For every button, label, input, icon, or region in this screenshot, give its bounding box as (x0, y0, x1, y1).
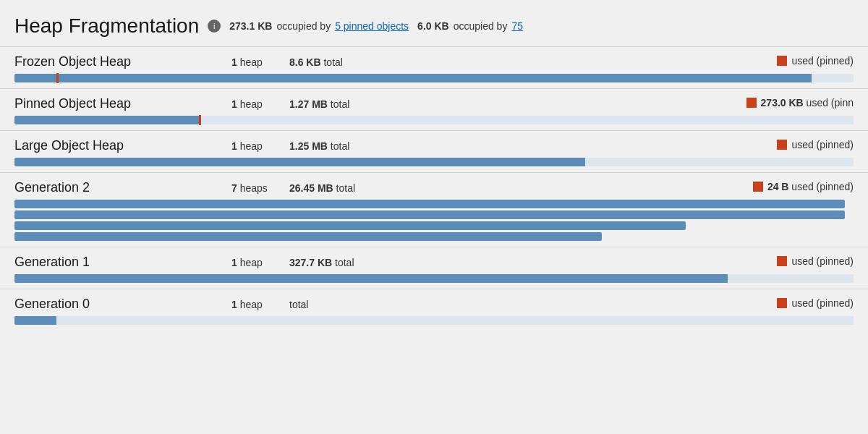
bar-pinned-marker (199, 115, 201, 125)
header-stat-1: 273.1 KB occupied by 5 pinned objects (229, 20, 409, 32)
legend-label: 273.0 KB used (pinn (761, 97, 854, 109)
heap-size: 26.45 MB total (289, 182, 405, 194)
heap-row-info: Pinned Object Heap1 heap1.27 MB total273… (14, 96, 854, 111)
bar-container (14, 116, 854, 124)
heap-row: Generation 01 heaptotalused (pinned) (0, 289, 868, 331)
heap-name: Pinned Object Heap (14, 96, 231, 111)
heap-row-info: Generation 11 heap327.7 KB totalused (pi… (14, 255, 854, 270)
gen2-bar-row (14, 232, 602, 241)
page-title: Heap Fragmentation (14, 14, 199, 38)
heap-row-info: Frozen Object Heap1 heap8.6 KB totalused… (14, 54, 854, 69)
heap-row: Frozen Object Heap1 heap8.6 KB totalused… (0, 46, 868, 88)
bar-used (14, 274, 728, 283)
heap-size: 327.7 KB total (289, 257, 405, 268)
stat2-value: 6.0 KB (417, 20, 449, 32)
heap-legend: used (pinned) (777, 55, 854, 67)
legend-color-box (777, 140, 787, 150)
legend-color-box (777, 256, 787, 266)
stat2-link[interactable]: 75 (511, 20, 523, 32)
legend-label: used (pinned) (791, 297, 854, 309)
heap-name: Generation 2 (14, 180, 231, 195)
heap-count: 7 heaps (231, 182, 289, 194)
heap-size: 8.6 KB total (289, 56, 405, 68)
heap-row-info: Generation 27 heaps26.45 MB total24 B us… (14, 180, 854, 195)
bar-used (14, 158, 585, 166)
bar-used (14, 316, 56, 325)
legend-label: used (pinned) (791, 255, 854, 267)
header: Heap Fragmentation i 273.1 KB occupied b… (0, 14, 868, 46)
heap-count: 1 heap (231, 257, 289, 268)
bar-used (14, 74, 812, 82)
gen2-bar-row (14, 210, 845, 219)
bar-container (14, 158, 854, 166)
legend-color-box (777, 56, 787, 66)
heap-legend: 273.0 KB used (pinn (746, 97, 854, 109)
heap-size: total (289, 299, 405, 310)
heap-count: 1 heap (231, 98, 289, 110)
heap-row-info: Large Object Heap1 heap1.25 MB totalused… (14, 138, 854, 153)
stat1-value: 273.1 KB (229, 20, 272, 32)
gen2-bar-row (14, 221, 686, 230)
heap-table: Frozen Object Heap1 heap8.6 KB totalused… (0, 46, 868, 331)
info-icon[interactable]: i (208, 20, 221, 33)
heap-size: 1.27 MB total (289, 98, 405, 110)
page: Heap Fragmentation i 273.1 KB occupied b… (0, 0, 868, 434)
gen2-bars (14, 200, 854, 241)
heap-name: Generation 1 (14, 255, 231, 270)
heap-name: Frozen Object Heap (14, 54, 231, 69)
heap-legend: used (pinned) (777, 297, 854, 309)
gen2-bar-row (14, 200, 845, 208)
legend-color-box (777, 298, 787, 308)
bar-used (14, 116, 199, 124)
heap-name: Large Object Heap (14, 138, 231, 153)
bar-pinned-marker (56, 73, 59, 83)
stat1-link[interactable]: 5 pinned objects (335, 20, 409, 32)
heap-size: 1.25 MB total (289, 140, 405, 152)
heap-name: Generation 0 (14, 297, 231, 312)
heap-row: Pinned Object Heap1 heap1.27 MB total273… (0, 88, 868, 130)
heap-row: Large Object Heap1 heap1.25 MB totalused… (0, 130, 868, 172)
stat1-text: occupied by (276, 20, 331, 32)
bar-container (14, 316, 854, 325)
header-stat-2: 6.0 KB occupied by 75 (417, 20, 523, 32)
bar-container (14, 74, 854, 82)
legend-color-box (753, 182, 763, 192)
heap-count: 1 heap (231, 299, 289, 310)
heap-row: Generation 11 heap327.7 KB totalused (pi… (0, 247, 868, 289)
stat2-text: occupied by (454, 20, 508, 32)
legend-label: used (pinned) (791, 139, 854, 150)
heap-legend: used (pinned) (777, 139, 854, 150)
heap-legend: used (pinned) (777, 255, 854, 267)
heap-legend: 24 B used (pinned) (753, 181, 854, 192)
legend-label: 24 B used (pinned) (767, 181, 854, 192)
legend-color-box (746, 98, 757, 108)
heap-count: 1 heap (231, 56, 289, 68)
bar-container (14, 274, 854, 283)
legend-label: used (pinned) (791, 55, 854, 67)
heap-row-info: Generation 01 heaptotalused (pinned) (14, 297, 854, 312)
heap-count: 1 heap (231, 140, 289, 152)
heap-row: Generation 27 heaps26.45 MB total24 B us… (0, 172, 868, 247)
